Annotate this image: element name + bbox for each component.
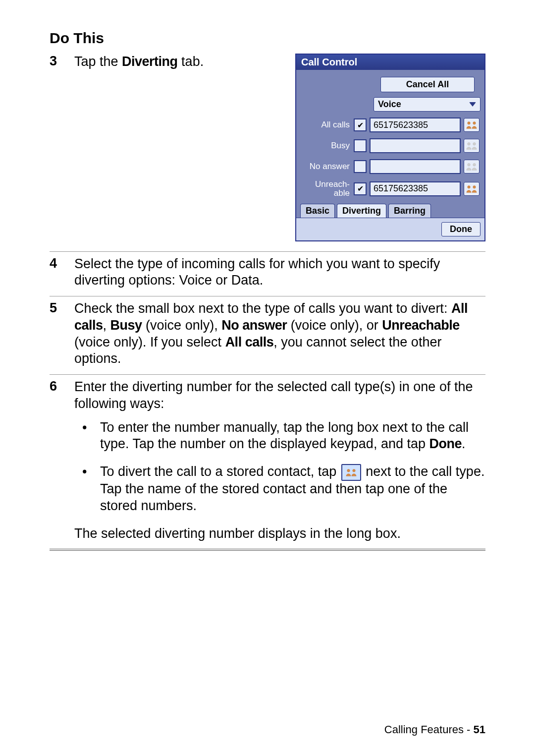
contacts-icon[interactable] <box>464 118 480 132</box>
step6-intro: Enter the diverting number for the selec… <box>74 379 473 411</box>
window-title: Call Control <box>296 55 484 70</box>
chevron-down-icon <box>469 102 476 107</box>
step-3: 3 Call Control Cancel All Voice <box>50 50 485 252</box>
label-all-calls: All calls <box>301 120 354 129</box>
checkbox-all-calls[interactable]: ✔ <box>354 118 367 131</box>
t: No answer <box>221 318 287 333</box>
t: Check the small box next to the type of … <box>74 301 451 316</box>
t: . <box>462 436 466 451</box>
step3-text-b: tab. <box>178 54 204 69</box>
t: , <box>103 318 110 333</box>
bullet-1: To enter the number manually, tap the lo… <box>82 419 485 453</box>
done-button[interactable]: Done <box>441 222 481 236</box>
page-number: 51 <box>474 723 485 736</box>
t: Done <box>429 436 462 451</box>
contacts-icon[interactable] <box>464 139 480 153</box>
label-no-answer: No answer <box>301 162 354 171</box>
tab-diverting[interactable]: Diverting <box>337 204 386 218</box>
number-unreachable[interactable]: 65175623385 <box>370 181 461 196</box>
step-body: Select the type of incoming calls for wh… <box>74 256 485 290</box>
row-all-calls: All calls ✔ 65175623385 <box>301 117 480 132</box>
step-body: Enter the diverting number for the selec… <box>74 379 485 542</box>
checkbox-unreachable[interactable]: ✔ <box>354 182 367 195</box>
step-body: Check the small box next to the type of … <box>74 300 485 367</box>
row-busy: Busy <box>301 138 480 153</box>
step-body: Call Control Cancel All Voice All calls … <box>74 54 485 244</box>
call-type-select[interactable]: Voice <box>374 97 481 112</box>
step3-text-a: Tap the <box>74 54 122 69</box>
step-4: 4 Select the type of incoming calls for … <box>50 252 485 297</box>
t: To enter the number manually, tap the lo… <box>100 420 469 452</box>
step-number: 3 <box>50 54 74 244</box>
contacts-icon[interactable] <box>464 182 480 196</box>
steps-table: 3 Call Control Cancel All Voice <box>50 50 485 551</box>
cancel-all-button[interactable]: Cancel All <box>380 77 475 92</box>
tab-basic[interactable]: Basic <box>300 204 335 218</box>
label-busy: Busy <box>301 141 354 150</box>
t: To divert the call to a stored contact, … <box>100 464 340 479</box>
step-6: 6 Enter the diverting number for the sel… <box>50 375 485 551</box>
checkbox-no-answer[interactable] <box>354 160 367 173</box>
checkbox-busy[interactable] <box>354 139 367 152</box>
row-unreachable: Unreach- able ✔ 65175623385 <box>301 180 480 198</box>
t: (voice only), or <box>287 318 382 333</box>
tabs: Basic Diverting Barring <box>296 204 484 218</box>
footer-section: Calling Features - <box>384 723 474 736</box>
number-no-answer[interactable] <box>370 159 461 174</box>
page-footer: Calling Features - 51 <box>384 723 485 736</box>
bullet-2: To divert the call to a stored contact, … <box>82 464 485 514</box>
call-control-screenshot: Call Control Cancel All Voice All calls … <box>295 54 485 241</box>
number-busy[interactable] <box>370 138 461 153</box>
label-unreachable: Unreach- able <box>301 180 354 198</box>
contacts-icon[interactable] <box>464 160 480 174</box>
t: (voice only), <box>142 318 222 333</box>
call-type-value: Voice <box>378 99 401 110</box>
t: (voice only). If you select <box>74 335 225 349</box>
step3-bold: Diverting <box>122 54 178 69</box>
step-5: 5 Check the small box next to the type o… <box>50 296 485 375</box>
step-number: 5 <box>50 300 74 367</box>
step-number: 6 <box>50 379 74 542</box>
row-no-answer: No answer <box>301 159 480 174</box>
number-all-calls[interactable]: 65175623385 <box>370 117 461 132</box>
step6-conclusion: The selected diverting number displays i… <box>74 525 485 542</box>
tab-barring[interactable]: Barring <box>388 204 431 218</box>
section-heading: Do This <box>50 30 485 47</box>
t: All calls <box>225 335 274 349</box>
t: Busy <box>110 318 142 333</box>
contacts-icon <box>341 464 361 481</box>
step-number: 4 <box>50 256 74 290</box>
t: Unreachable <box>382 318 460 333</box>
